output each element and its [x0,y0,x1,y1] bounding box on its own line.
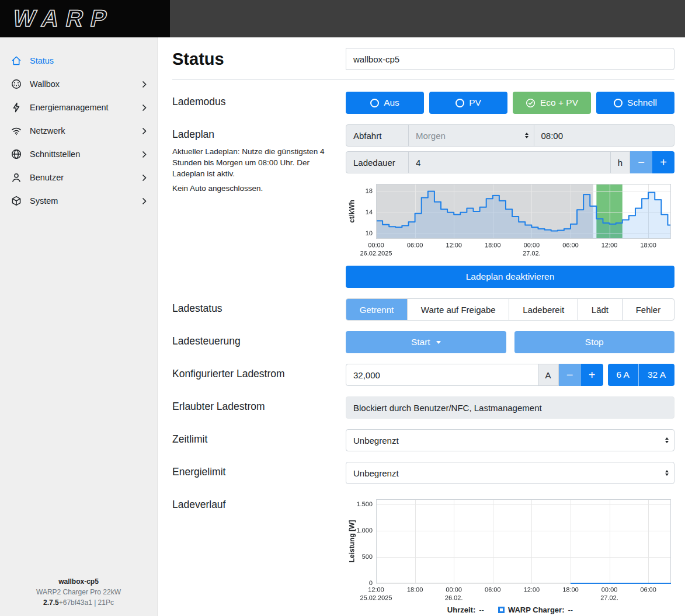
allowed-current-label: Erlaubter Ladestrom [172,401,338,413]
ladeplan-deactivate-button[interactable]: Ladeplan deaktivieren [346,266,674,288]
divider [172,79,674,80]
ladedauer-group: Ladedauer h − + [346,151,674,173]
chevron-right-icon [142,127,147,135]
check-circle-icon [526,98,536,108]
top-header: WARP [0,0,685,37]
mode-button-eco-pv[interactable]: Eco + PV [513,92,591,114]
sidebar-item-status[interactable]: Status [0,49,157,72]
sidebar-item-label: Wallbox [30,79,60,89]
charge-mode-label: Lademodus [172,96,338,108]
price-chart[interactable] [346,179,674,260]
configured-current-label: Konfigurierter Ladestrom [172,368,338,380]
sidebar-item-label: System [30,196,58,206]
sidebar-item-netzwerk[interactable]: Netzwerk [0,119,157,142]
legend-series-value: -- [568,605,573,614]
zeitlimit-select[interactable]: Unbegrenzt [346,429,674,451]
preset-6a-button[interactable]: 6 A [608,364,639,386]
page-title: Status [172,50,338,69]
sidebar-item-label: Schnittstellen [30,149,80,159]
abfahrt-addon: Abfahrt [346,124,409,147]
ladesteuerung-label: Ladesteuerung [172,335,338,347]
current-increase-button[interactable]: + [581,364,603,386]
ladeplan-label: Ladeplan [172,128,338,141]
stop-button-label: Stop [585,337,604,347]
abfahrt-time-input[interactable] [534,124,675,147]
ladestatus-option-warte-auf-freigabe: Warte auf Freigabe [407,299,509,320]
chevron-right-icon [142,81,147,88]
ladeverlauf-label: Ladeverlauf [172,499,338,511]
ladestatus-option-laedt: Lädt [578,299,622,320]
device-name: wallbox-cp5 [0,576,157,587]
sidebar-item-energiemanagement[interactable]: Energiemanagement [0,96,157,119]
sidebar-item-label: Status [30,56,54,65]
current-decrease-button[interactable]: − [559,364,581,386]
wifi-icon [11,125,22,137]
legend-time-value: -- [479,605,484,614]
stop-button[interactable]: Stop [514,331,675,353]
warp-logo: WARP [0,0,170,37]
ladedauer-unit: h [610,151,630,173]
mode-button-label: Aus [384,98,399,108]
legend-time-label: Uhrzeit: [447,605,475,614]
sidebar: Status Wallbox Energiemanagement [0,37,158,616]
firmware-version: 2.7.5+67bf43a1 | 21Pc [0,597,157,608]
ladestatus-option-ladebereit: Ladebereit [509,299,578,320]
sidebar-item-benutzer[interactable]: Benutzer [0,166,157,189]
radio-circle-icon [455,99,464,107]
ladestatus-indicator: Getrennt Warte auf Freigabe Ladebereit L… [346,298,674,321]
wallbox-socket-icon [11,78,22,90]
chart-legend: Uhrzeit: -- WARP Charger: -- [346,605,674,614]
legend-series-label: WARP Charger: [508,605,565,614]
current-unit-addon: A [538,364,559,386]
mode-button-pv[interactable]: PV [429,92,507,114]
ladestatus-option-getrennt: Getrennt [346,299,407,320]
sidebar-item-label: Energiemanagement [30,103,109,112]
chevron-right-icon [142,197,147,205]
abfahrt-group: Abfahrt Morgen [346,124,674,147]
radio-circle-icon [370,99,379,107]
ladeplan-description-2: Kein Auto angeschlossen. [172,183,338,194]
abfahrt-select[interactable]: Morgen [408,124,534,147]
mode-button-label: Eco + PV [540,98,578,108]
ladedauer-increase-button[interactable]: + [652,151,674,173]
sidebar-nav: Status Wallbox Energiemanagement [0,49,157,213]
power-chart[interactable] [346,495,674,604]
sidebar-footer: wallbox-cp5 WARP2 Charger Pro 22kW 2.7.5… [0,576,157,616]
main-content: Status Lademodus Aus PV [158,37,685,616]
mode-button-schnell[interactable]: Schnell [596,92,674,114]
hostname-input[interactable] [346,48,674,70]
ladedauer-addon: Ladedauer [346,151,409,173]
chevron-right-icon [142,151,147,158]
mode-button-label: PV [469,98,481,108]
allowed-current-field: Blockiert durch Benutzer/NFC, Lastmanage… [346,396,674,419]
energielimit-select[interactable]: Unbegrenzt [346,462,674,484]
energielimit-label: Energielimit [172,466,338,478]
package-icon [11,195,22,207]
ladestatus-label: Ladestatus [172,302,338,315]
charging-current-input[interactable] [346,364,538,386]
sidebar-item-schnittstellen[interactable]: Schnittstellen [0,142,157,166]
warp-logo-text: WARP [11,5,117,32]
ladedauer-decrease-button[interactable]: − [630,151,652,173]
sidebar-item-label: Netzwerk [30,126,65,135]
start-button[interactable]: Start [346,331,506,353]
sidebar-item-system[interactable]: System [0,189,157,213]
caret-down-icon [436,341,441,344]
ladeplan-description: Aktueller Ladeplan: Nutze die günstigste… [172,147,338,180]
user-icon [11,172,22,183]
lightning-icon [11,102,22,113]
legend-series-swatch [498,607,505,613]
ladestatus-option-fehler: Fehler [622,299,674,320]
current-presets: 6 A 32 A [608,364,674,386]
ladedauer-input[interactable] [408,151,611,173]
sidebar-item-wallbox[interactable]: Wallbox [0,72,157,96]
globe-icon [11,148,22,160]
chevron-right-icon [142,174,147,182]
sidebar-item-label: Benutzer [30,173,64,182]
device-model: WARP2 Charger Pro 22kW [0,587,157,597]
preset-32a-button[interactable]: 32 A [639,364,674,386]
radio-circle-icon [614,99,623,107]
warp-logo-image: WARP [7,5,159,32]
zeitlimit-label: Zeitlimit [172,433,338,446]
mode-button-aus[interactable]: Aus [346,92,424,114]
